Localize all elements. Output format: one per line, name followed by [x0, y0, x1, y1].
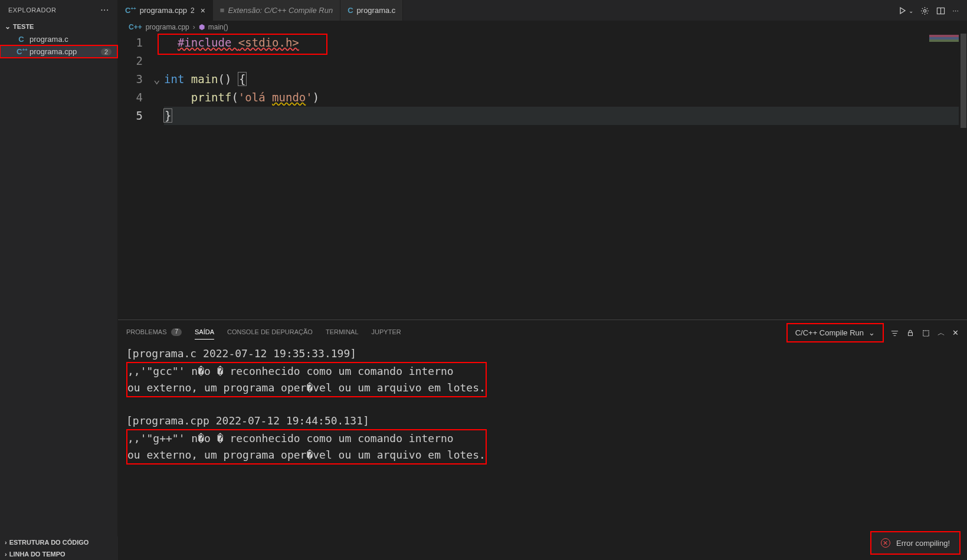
output-timestamp: [programa.cpp 2022-07-12 19:44:50.131]	[126, 413, 959, 429]
close-tab-icon[interactable]: ×	[201, 6, 205, 15]
gear-icon[interactable]	[920, 5, 929, 15]
bottom-panel: PROBLEMAS7SAÍDACONSOLE DE DEPURAÇÃOTERMI…	[118, 319, 967, 560]
output-body[interactable]: [programa.c 2022-07-12 19:35:33.199],,'"…	[118, 342, 967, 560]
section-linha-do-tempo[interactable]: ›LINHA DO TEMPO	[0, 548, 118, 560]
tab-more-icon[interactable]: ···	[952, 6, 959, 15]
svg-rect-3	[909, 332, 913, 335]
error-icon: ✕	[881, 538, 890, 548]
tab-label: Extensão: C/C++ Compile Run	[228, 6, 333, 15]
line-number[interactable]: 2	[118, 52, 143, 70]
tree-section-teste[interactable]: ⌄ TESTE	[0, 20, 117, 33]
vertical-scrollbar[interactable]	[959, 34, 967, 319]
cpp-file-icon: C++	[129, 23, 142, 31]
panel-tab-label: CONSOLE DE DEPURAÇÃO	[227, 328, 313, 336]
sidebar-more-icon[interactable]: ···	[100, 5, 109, 15]
clear-output-icon[interactable]	[922, 328, 930, 337]
section-label: ESTRUTURA DO CÓDIGO	[9, 539, 89, 546]
code-line[interactable]	[164, 52, 967, 70]
panel-tab-label: SAÍDA	[195, 328, 214, 335]
file-item-programa-cpp[interactable]: C++programa.cpp2	[0, 45, 117, 58]
chevron-right-icon: ›	[5, 539, 7, 546]
code-line[interactable]: }	[164, 107, 967, 125]
editor-tabs: C++programa.cpp2×≡Extensão: C/C++ Compil…	[118, 0, 967, 21]
code-line[interactable]: int main() {	[164, 70, 967, 88]
section-label: LINHA DO TEMPO	[9, 551, 65, 558]
task-label: C/C++ Compile Run	[795, 328, 864, 337]
c-file-icon: C	[348, 6, 353, 15]
error-toast[interactable]: ✕ Error compiling!	[871, 532, 960, 554]
fold-gutter[interactable]: ⌄	[153, 70, 164, 88]
split-editor-icon[interactable]	[936, 5, 945, 15]
panel-tab-label: TERMINAL	[326, 328, 359, 336]
code-line[interactable]: printf('olá mundo')	[164, 88, 967, 107]
file-item-programa-c[interactable]: Cprograma.c	[0, 33, 117, 45]
panel-tab-saída[interactable]: SAÍDA	[195, 326, 214, 340]
line-number[interactable]: 5	[118, 107, 143, 125]
c-file-icon: C	[17, 35, 26, 44]
toast-message: Error compiling!	[896, 539, 950, 548]
chevron-right-icon: ›	[5, 551, 7, 558]
chevron-up-icon[interactable]: ︿	[938, 328, 945, 338]
section-label: TESTE	[13, 23, 34, 30]
file-label: programa.c	[29, 35, 68, 44]
cpp-file-icon: C++	[125, 6, 136, 15]
breadcrumb-file: programa.cpp	[146, 23, 189, 31]
output-line: ou externo, um programa oper�vel ou um a…	[127, 447, 486, 463]
tab-programa-cpp[interactable]: C++programa.cpp2×	[118, 0, 213, 21]
chevron-down-icon: ⌄	[5, 22, 11, 31]
code-editor[interactable]: 12345 ⌄ #include <stdio.h>int main() { p…	[118, 34, 967, 319]
output-message-block: ,,'"g++"' n�o � reconhecido como um coma…	[126, 429, 487, 465]
error-badge: 2	[101, 48, 112, 55]
panel-tab-jupyter[interactable]: JUPYTER	[372, 326, 401, 340]
panel-tab-count: 7	[171, 328, 182, 336]
code-line[interactable]: #include <stdio.h>	[164, 34, 967, 52]
output-line: ou externo, um programa oper�vel ou um a…	[127, 380, 486, 396]
breadcrumb-symbol: main()	[208, 23, 228, 31]
sidebar-title: EXPLORADOR	[8, 6, 56, 14]
output-task-selector[interactable]: C/C++ Compile Run ⌄	[787, 324, 883, 342]
fold-gutter[interactable]	[153, 88, 164, 107]
panel-tab-terminal[interactable]: TERMINAL	[326, 326, 359, 340]
close-panel-icon[interactable]: ✕	[952, 328, 959, 337]
output-timestamp: [programa.c 2022-07-12 19:35:33.199]	[126, 345, 959, 362]
fold-chevron-icon[interactable]: ⌄	[153, 73, 160, 85]
panel-tab-console-de-depuração[interactable]: CONSOLE DE DEPURAÇÃO	[227, 326, 313, 340]
svg-rect-4	[923, 330, 929, 335]
symbol-icon: ⬢	[199, 23, 205, 31]
fold-gutter[interactable]	[153, 34, 164, 52]
line-number[interactable]: 1	[118, 34, 143, 52]
minimap[interactable]	[929, 35, 959, 42]
chevron-down-icon: ⌄	[868, 328, 875, 337]
output-line: ,,'"gcc"' n�o � reconhecido como um coma…	[127, 363, 486, 380]
svg-point-0	[924, 9, 926, 12]
line-number[interactable]: 4	[118, 88, 143, 107]
panel-tab-label: PROBLEMAS	[126, 328, 166, 336]
tab-badge: 2	[191, 6, 195, 15]
breadcrumb-sep-icon: ›	[193, 23, 195, 31]
run-button[interactable]: ⌄	[899, 6, 914, 15]
scrollbar-thumb[interactable]	[961, 34, 966, 128]
file-label: programa.cpp	[29, 47, 77, 56]
output-line: ,,'"g++"' n�o � reconhecido como um coma…	[127, 430, 486, 447]
panel-tab-label: JUPYTER	[372, 328, 401, 336]
line-number[interactable]: 3	[118, 70, 143, 88]
fold-gutter[interactable]	[153, 52, 164, 70]
breadcrumb[interactable]: C++ programa.cpp › ⬢ main()	[118, 21, 967, 34]
editor-area: C++programa.cpp2×≡Extensão: C/C++ Compil…	[118, 0, 967, 560]
tab-extens-o-c-c-compile-run[interactable]: ≡Extensão: C/C++ Compile Run	[213, 0, 340, 21]
extension-icon: ≡	[220, 6, 225, 15]
panel-tab-problemas[interactable]: PROBLEMAS7	[126, 326, 182, 340]
lock-icon[interactable]	[906, 328, 914, 338]
tab-programa-c[interactable]: Cprograma.c	[340, 0, 403, 21]
output-message-block: ,,'"gcc"' n�o � reconhecido como um coma…	[126, 362, 487, 397]
section-estrutura-do-código[interactable]: ›ESTRUTURA DO CÓDIGO	[0, 536, 118, 548]
fold-gutter[interactable]	[153, 107, 164, 125]
cpp-file-icon: C++	[17, 47, 26, 56]
filter-icon[interactable]	[890, 328, 899, 337]
sidebar-explorer: EXPLORADOR ··· ⌄ TESTE Cprograma.cC++pro…	[0, 0, 118, 560]
tab-label: programa.c	[357, 6, 396, 15]
tab-label: programa.cpp	[140, 6, 187, 15]
